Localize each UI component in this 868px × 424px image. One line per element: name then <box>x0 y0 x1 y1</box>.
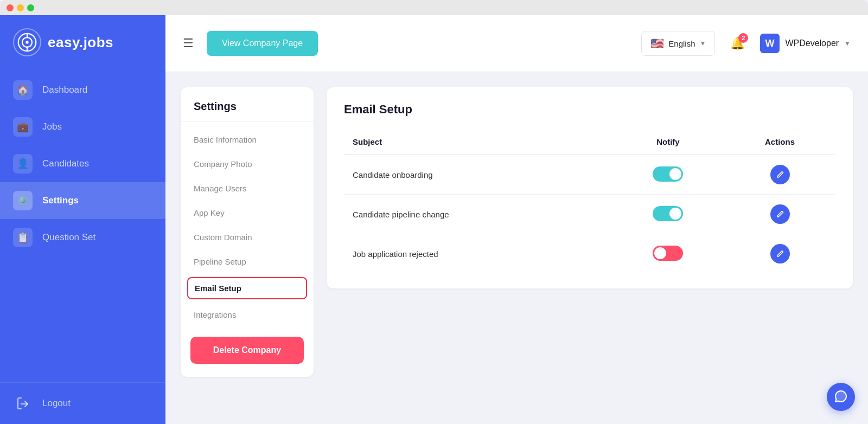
sidebar-label-jobs: Jobs <box>42 121 62 132</box>
app-container: easy.jobs 🏠 Dashboard 💼 Jobs 👤 Candidate… <box>0 0 868 424</box>
user-dropdown-arrow-icon: ▼ <box>844 40 851 47</box>
toggle-slider-2 <box>653 206 683 221</box>
sidebar-nav: 🏠 Dashboard 💼 Jobs 👤 Candidates ⚙️ Setti… <box>0 72 165 382</box>
maximize-button[interactable] <box>27 4 34 11</box>
settings-item-pipeline-setup[interactable]: Pipeline Setup <box>181 250 314 273</box>
toggle-slider-3 <box>653 246 683 261</box>
toggle-knob-3 <box>654 247 666 259</box>
content-area: Settings Basic Information Company Photo… <box>165 72 868 424</box>
settings-item-custom-domain[interactable]: Custom Domain <box>181 226 314 248</box>
sidebar-label-dashboard: Dashboard <box>42 85 87 95</box>
settings-item-basic-information[interactable]: Basic Information <box>181 129 314 151</box>
email-setup-panel: Email Setup Subject Notify Actions Candi… <box>327 87 853 288</box>
sidebar-item-candidates[interactable]: 👤 Candidates <box>0 145 165 182</box>
sidebar-item-settings[interactable]: ⚙️ Settings <box>0 182 165 219</box>
logout-icon <box>13 394 33 413</box>
delete-company-button[interactable]: Delete Company <box>190 337 304 364</box>
chat-button[interactable] <box>827 383 855 411</box>
user-name: WPDeveloper <box>785 38 839 48</box>
notify-toggle-2[interactable] <box>653 206 683 221</box>
actions-cell-1 <box>724 155 835 195</box>
settings-icon: ⚙️ <box>13 191 33 210</box>
user-company-logo: W <box>760 34 780 53</box>
svg-point-2 <box>25 41 28 43</box>
notify-cell-2 <box>612 195 724 234</box>
edit-button-1[interactable] <box>770 165 790 184</box>
jobs-icon: 💼 <box>13 117 33 137</box>
close-button[interactable] <box>7 4 14 11</box>
settings-item-email-setup[interactable]: Email Setup <box>187 277 307 299</box>
question-set-icon: 📋 <box>13 228 33 247</box>
edit-button-2[interactable] <box>770 204 790 224</box>
sidebar-label-question-set: Question Set <box>42 232 95 243</box>
sidebar-item-jobs[interactable]: 💼 Jobs <box>0 108 165 145</box>
toggle-knob-2 <box>669 208 681 220</box>
logo-area: easy.jobs <box>0 15 165 72</box>
sidebar-item-dashboard[interactable]: 🏠 Dashboard <box>0 72 165 108</box>
subject-column-header: Subject <box>344 130 612 155</box>
header: ☰ View Company Page 🇺🇸 English ▼ 🔔 2 W W… <box>165 15 868 72</box>
logout-label: Logout <box>42 398 71 409</box>
dashboard-icon: 🏠 <box>13 80 33 100</box>
logo-icon <box>13 28 41 56</box>
notification-badge: 2 <box>738 33 748 43</box>
menu-icon[interactable]: ☰ <box>183 36 194 50</box>
actions-cell-3 <box>724 234 835 274</box>
notify-toggle-1[interactable] <box>653 166 683 182</box>
actions-cell-2 <box>724 195 835 234</box>
sidebar-label-candidates: Candidates <box>42 158 89 169</box>
email-setup-title: Email Setup <box>344 102 835 117</box>
view-company-button[interactable]: View Company Page <box>207 31 318 56</box>
user-area[interactable]: W WPDeveloper ▼ <box>760 34 851 53</box>
toggle-slider-1 <box>653 166 683 182</box>
actions-column-header: Actions <box>724 130 835 155</box>
main-content: ☰ View Company Page 🇺🇸 English ▼ 🔔 2 W W… <box>165 15 868 424</box>
toggle-knob-1 <box>669 168 681 180</box>
logo-text: easy.jobs <box>48 34 113 51</box>
table-row: Candidate pipeline change <box>344 195 835 234</box>
email-table: Subject Notify Actions Candidate onboard… <box>344 130 835 273</box>
settings-item-integrations[interactable]: Integrations <box>181 304 314 326</box>
edit-button-3[interactable] <box>770 244 790 264</box>
logout-item[interactable]: Logout <box>0 382 165 424</box>
window-chrome <box>0 0 868 15</box>
settings-item-manage-users[interactable]: Manage Users <box>181 177 314 200</box>
table-row: Candidate onboarding <box>344 155 835 195</box>
language-label: English <box>668 39 695 48</box>
settings-item-company-photo[interactable]: Company Photo <box>181 153 314 175</box>
subject-cell: Candidate pipeline change <box>344 195 612 234</box>
settings-panel: Settings Basic Information Company Photo… <box>181 87 314 377</box>
notification-area[interactable]: 🔔 2 <box>730 36 745 50</box>
svg-text:W: W <box>765 38 775 49</box>
flag-icon: 🇺🇸 <box>650 37 664 50</box>
notify-cell-3 <box>612 234 724 274</box>
subject-cell: Job application rejected <box>344 234 612 274</box>
notify-column-header: Notify <box>612 130 724 155</box>
settings-item-app-key[interactable]: App Key <box>181 202 314 224</box>
minimize-button[interactable] <box>17 4 24 11</box>
notify-toggle-3[interactable] <box>653 246 683 261</box>
sidebar-item-question-set[interactable]: 📋 Question Set <box>0 219 165 256</box>
sidebar: easy.jobs 🏠 Dashboard 💼 Jobs 👤 Candidate… <box>0 15 165 424</box>
subject-cell: Candidate onboarding <box>344 155 612 195</box>
sidebar-label-settings: Settings <box>42 195 79 206</box>
svg-point-5 <box>26 46 28 48</box>
notify-cell-1 <box>612 155 724 195</box>
language-selector[interactable]: 🇺🇸 English ▼ <box>641 31 715 56</box>
language-arrow-icon: ▼ <box>700 40 706 47</box>
table-row: Job application rejected <box>344 234 835 274</box>
candidates-icon: 👤 <box>13 154 33 174</box>
settings-title: Settings <box>181 100 314 122</box>
